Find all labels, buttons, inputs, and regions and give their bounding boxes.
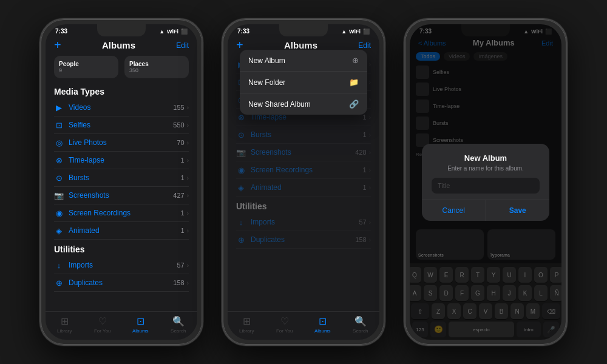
foryou-label-2: For You — [276, 328, 293, 334]
list-item: ◉ Screen Recordings 1 › — [236, 161, 371, 179]
save-button[interactable]: Save — [486, 200, 550, 221]
screenrec-label-2: Screen Recordings — [251, 166, 363, 174]
people-item[interactable]: People 9 — [54, 56, 118, 78]
chevron-icon: › — [369, 132, 371, 138]
list-item[interactable]: ↓ Imports 57 › — [54, 257, 189, 274]
cancel-button[interactable]: Cancel — [422, 200, 486, 221]
chevron-icon: › — [187, 122, 189, 129]
search-icon-2: 🔍 — [354, 315, 367, 327]
chevron-icon: › — [187, 140, 189, 146]
timelapse-label: Time-lapse — [69, 156, 181, 164]
chevron-icon: › — [369, 96, 371, 103]
screenrec-count-2: 1 — [363, 166, 367, 174]
duplicates-label-2: Duplicates — [251, 235, 355, 244]
tab-bar-1: ⊞ Library ♡ For You ⊡ Albums 🔍 Search — [46, 311, 197, 340]
new-album-item[interactable]: New Album ⊕ — [240, 50, 367, 72]
wifi-icon: WiFi — [167, 29, 178, 35]
tab-library[interactable]: ⊞ Library — [46, 315, 84, 334]
duplicates-count-2: 158 — [355, 236, 366, 243]
list-item[interactable]: ⊡ Selfies 550 › — [54, 116, 189, 134]
bursts-label-2: Bursts — [251, 130, 363, 139]
search-label-2: Search — [353, 328, 368, 334]
chevron-icon: › — [369, 61, 371, 68]
places-item[interactable]: Places 350 — [124, 56, 189, 78]
tab-search-2[interactable]: 🔍 Search — [342, 315, 380, 334]
chevron-icon: › — [369, 79, 371, 86]
phone1-notch — [97, 24, 146, 36]
battery-icon-2: ⬛ — [363, 29, 370, 35]
bursts-count: 1 — [181, 174, 185, 181]
albums-header-1: + Albums Edit — [46, 36, 197, 56]
list-item[interactable]: ◈ Animated 1 › — [54, 222, 189, 240]
timelapse-count-2: 1 — [363, 113, 367, 121]
search-icon: 🔍 — [172, 315, 185, 327]
new-folder-item[interactable]: New Folder 📁 — [240, 72, 367, 93]
tab-foryou-2[interactable]: ♡ For You — [266, 315, 304, 334]
phone3-screen: 7:33 ▲ WiFi ⬛ < Albums My Albums Edit To… — [410, 24, 561, 340]
list-item[interactable]: ⊗ Time-lapse 1 › — [54, 152, 189, 169]
new-shared-album-item[interactable]: New Shared Album 🔗 — [240, 93, 367, 115]
tab-search[interactable]: 🔍 Search — [160, 315, 198, 334]
new-shared-label: New Shared Album — [248, 100, 311, 109]
add-button-1[interactable]: + — [54, 38, 61, 52]
list-item: ⊙ Bursts 1 › — [236, 126, 371, 144]
edit-button-2[interactable]: Edit — [358, 41, 371, 50]
screenshots-icon: 📷 — [54, 190, 64, 200]
tab-albums-2[interactable]: ⊡ Albums — [304, 315, 342, 334]
list-item: ◈ Animated 1 › — [236, 179, 371, 197]
add-button-2[interactable]: + — [236, 38, 243, 52]
phone3-main: Todos Videos Imágenes Selfies Live Photo… — [410, 50, 561, 263]
library-icon-2: ⊞ — [243, 315, 251, 327]
screenshots-count: 427 — [173, 192, 184, 199]
signal-icon: ▲ — [159, 29, 164, 35]
phone1: 7:33 ▲ WiFi ⬛ + Albums Edit People 9 — [39, 18, 203, 346]
chevron-icon: › — [187, 157, 189, 164]
phone3: 7:33 ▲ WiFi ⬛ < Albums My Albums Edit To… — [404, 18, 568, 346]
animated-count: 1 — [181, 227, 185, 234]
livephotos-label: Live Photos — [69, 138, 177, 147]
tab-albums[interactable]: ⊡ Albums — [121, 315, 160, 334]
tab-foryou[interactable]: ♡ For You — [84, 315, 122, 334]
phone1-frame: 7:33 ▲ WiFi ⬛ + Albums Edit People 9 — [39, 18, 203, 346]
wifi-icon-2: WiFi — [349, 29, 361, 35]
albums-title-1: Albums — [102, 40, 135, 50]
screenshots-label: Screenshots — [69, 191, 173, 200]
phone2-notch — [279, 24, 328, 36]
video-icon: ▶ — [54, 103, 64, 112]
dropdown-menu: New Album ⊕ New Folder 📁 New Shared Albu… — [240, 50, 367, 115]
album-name-input[interactable] — [432, 178, 540, 194]
dialog-button-row: Cancel Save — [422, 200, 549, 221]
list-item: ⊕ Duplicates 158 › — [236, 231, 371, 249]
imports-label-2: Imports — [251, 218, 359, 226]
animated-label: Animated — [69, 226, 181, 235]
phone2-frame: 7:33 ▲ WiFi ⬛ + Albums Edit New Album ⊕ — [222, 18, 385, 346]
signal-icon-2: ▲ — [341, 29, 347, 35]
chevron-icon: › — [369, 184, 371, 191]
places-label: Places — [129, 61, 184, 67]
list-item[interactable]: 📷 Screenshots 427 › — [54, 187, 189, 204]
animated-label-2: Animated — [251, 183, 363, 192]
duplicates-icon-2: ⊕ — [236, 235, 246, 244]
foryou-label: For You — [94, 328, 111, 334]
list-item[interactable]: ◉ Screen Recordings 1 › — [54, 204, 189, 222]
utilities-title-1: Utilities — [54, 244, 189, 254]
list-item: ↓ Imports 57 › — [236, 214, 371, 231]
bursts-label: Bursts — [69, 174, 181, 182]
list-item[interactable]: ⊙ Bursts 1 › — [54, 169, 189, 187]
library-icon: ⊞ — [61, 315, 69, 327]
new-folder-icon: 📁 — [349, 78, 359, 87]
new-album-dialog: New Album Enter a name for this album. C… — [422, 144, 549, 221]
list-item[interactable]: ◎ Live Photos 70 › — [54, 134, 189, 152]
list-item[interactable]: ⊕ Duplicates 158 › — [54, 274, 189, 292]
bursts-icon-2: ⊙ — [236, 130, 246, 140]
list-item[interactable]: ▶ Videos 155 › — [54, 99, 189, 116]
edit-button-1[interactable]: Edit — [176, 41, 189, 50]
chevron-icon: › — [187, 228, 189, 234]
time-2: 7:33 — [237, 28, 249, 35]
chevron-icon: › — [187, 104, 189, 111]
tab-library-2[interactable]: ⊞ Library — [228, 315, 266, 334]
timelapse-icon: ⊗ — [54, 155, 64, 165]
animated-icon: ◈ — [54, 226, 64, 235]
chevron-icon: › — [369, 219, 371, 226]
screenshots-icon-2: 📷 — [236, 147, 246, 157]
